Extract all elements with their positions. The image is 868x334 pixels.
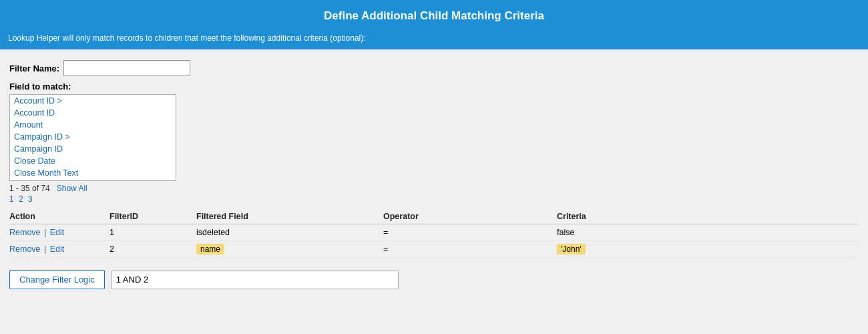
change-filter-logic-button[interactable]: Change Filter Logic xyxy=(9,270,105,289)
table-row: Remove | Edit 2 name = 'John' xyxy=(9,241,859,258)
row2-criteria: 'John' xyxy=(557,244,859,254)
row2-action: Remove | Edit xyxy=(9,244,110,254)
col-header-field: Filtered Field xyxy=(196,212,383,221)
row2-remove-link[interactable]: Remove xyxy=(9,244,41,254)
col-header-criteria: Criteria xyxy=(557,212,859,221)
page-1-link[interactable]: 1 xyxy=(9,194,14,204)
filter-name-input[interactable] xyxy=(63,60,190,76)
table-section: Action FilterID Filtered Field Operator … xyxy=(9,209,859,258)
page-title: Define Additional Child Matching Criteri… xyxy=(324,9,544,22)
list-item[interactable]: Campaign ID > xyxy=(10,131,176,143)
row2-filterid: 2 xyxy=(110,244,196,254)
field-list-container: Account ID > Account ID Amount Campaign … xyxy=(9,94,859,181)
list-item[interactable]: Account ID xyxy=(10,107,176,119)
table-row: Remove | Edit 1 isdeleted = false xyxy=(9,224,859,241)
col-header-action: Action xyxy=(9,212,110,221)
col-header-filterid: FilterID xyxy=(110,212,196,221)
page-3-link[interactable]: 3 xyxy=(28,194,33,204)
list-item[interactable]: Closed xyxy=(10,179,176,181)
subheader-text: Lookup Helper will only match records to… xyxy=(8,33,366,43)
table-header-row: Action FilterID Filtered Field Operator … xyxy=(9,209,859,224)
pagination-links: 1 2 3 xyxy=(9,194,859,204)
field-to-match-label: Field to match: xyxy=(9,81,859,92)
col-header-operator: Operator xyxy=(383,212,557,221)
filter-name-label: Filter Name: xyxy=(9,63,59,73)
row1-field: isdeleted xyxy=(196,228,383,237)
row2-criteria-badge: 'John' xyxy=(557,244,586,255)
list-item[interactable]: Account ID > xyxy=(10,95,176,107)
row1-edit-link[interactable]: Edit xyxy=(50,228,65,237)
list-item[interactable]: Close Date xyxy=(10,155,176,167)
row2-field: name xyxy=(196,244,383,254)
row2-field-badge: name xyxy=(196,244,224,255)
list-item[interactable]: Amount xyxy=(10,119,176,131)
logic-input[interactable] xyxy=(112,271,399,289)
row2-operator: = xyxy=(383,244,557,254)
row1-operator: = xyxy=(383,228,557,237)
row1-filterid: 1 xyxy=(110,228,196,237)
field-list[interactable]: Account ID > Account ID Amount Campaign … xyxy=(9,94,176,181)
list-item[interactable]: Campaign ID xyxy=(10,143,176,155)
row1-action: Remove | Edit xyxy=(9,228,110,237)
main-content: Filter Name: Field to match: Account ID … xyxy=(0,49,868,334)
list-item[interactable]: Close Month Text xyxy=(10,167,176,179)
bottom-row: Change Filter Logic xyxy=(9,270,859,289)
show-all-link[interactable]: Show All xyxy=(57,184,87,193)
pagination-info: 1 - 35 of 74 Show All xyxy=(9,184,859,193)
row2-edit-link[interactable]: Edit xyxy=(50,244,65,254)
filter-name-row: Filter Name: xyxy=(9,60,859,76)
header: Define Additional Child Matching Criteri… xyxy=(0,0,868,49)
row1-criteria: false xyxy=(557,228,859,237)
row1-remove-link[interactable]: Remove xyxy=(9,228,41,237)
page-2-link[interactable]: 2 xyxy=(19,194,23,204)
